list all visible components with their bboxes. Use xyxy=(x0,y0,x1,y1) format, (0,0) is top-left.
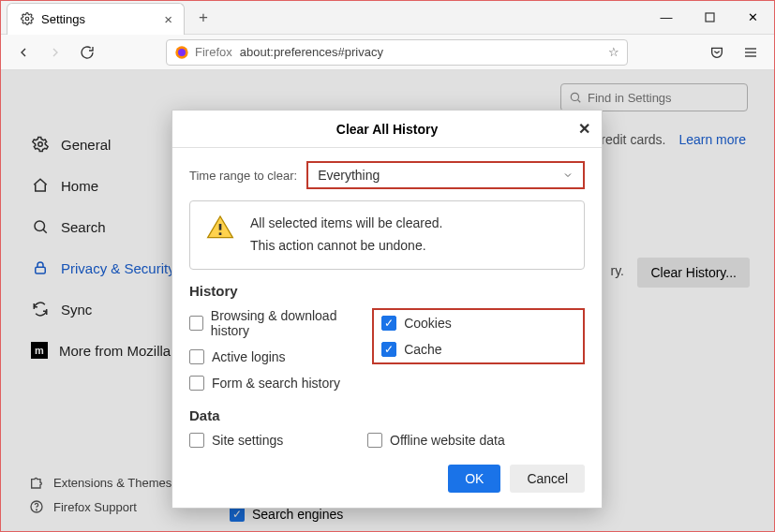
reload-button[interactable] xyxy=(78,43,97,62)
svg-rect-16 xyxy=(219,232,222,235)
checkbox-cookies[interactable]: ✓Cookies xyxy=(381,316,575,331)
dialog-close-button[interactable]: ✕ xyxy=(574,118,594,139)
minimize-button[interactable]: — xyxy=(645,1,688,35)
checkbox-offline-data[interactable]: Offline website data xyxy=(367,433,585,448)
highlighted-cookies-cache: ✓Cookies ✓Cache xyxy=(372,308,585,364)
time-range-label: Time range to clear: xyxy=(189,169,297,183)
warning-box: All selected items will be cleared. This… xyxy=(189,200,585,270)
checkbox-site-settings[interactable]: Site settings xyxy=(189,433,367,448)
bookmark-star-icon[interactable]: ☆ xyxy=(608,45,619,59)
toolbar: Firefox about:preferences#privacy ☆ xyxy=(1,35,774,70)
dialog-title: Clear All History xyxy=(336,122,438,137)
gear-icon xyxy=(21,12,34,25)
url-text: about:preferences#privacy xyxy=(240,45,383,59)
browser-tab[interactable]: Settings × xyxy=(7,3,185,35)
window-controls: — ✕ xyxy=(645,1,774,35)
menu-icon[interactable] xyxy=(740,45,761,60)
svg-rect-15 xyxy=(219,224,222,230)
checkbox-form-search-history[interactable]: Form & search history xyxy=(189,376,365,391)
warning-icon xyxy=(205,213,235,243)
maximize-button[interactable] xyxy=(688,1,731,35)
forward-button[interactable] xyxy=(46,43,65,62)
warning-line2: This action cannot be undone. xyxy=(250,235,442,258)
checkbox-active-logins[interactable]: Active logins xyxy=(189,349,365,364)
tab-title: Settings xyxy=(41,12,85,26)
url-scheme: Firefox xyxy=(195,45,232,59)
warning-line1: All selected items will be cleared. xyxy=(250,213,442,235)
svg-point-3 xyxy=(178,49,186,56)
history-section-title: History xyxy=(189,283,585,299)
close-button[interactable]: ✕ xyxy=(731,1,774,35)
svg-rect-1 xyxy=(706,13,714,22)
dialog-header: Clear All History ✕ xyxy=(172,111,602,148)
pocket-icon[interactable] xyxy=(707,45,727,60)
back-button[interactable] xyxy=(14,43,33,62)
svg-point-0 xyxy=(25,17,29,21)
data-section-title: Data xyxy=(189,407,585,423)
checkbox-cache[interactable]: ✓Cache xyxy=(381,342,575,357)
titlebar: Settings × + — ✕ xyxy=(1,1,774,35)
clear-history-dialog: Clear All History ✕ Time range to clear:… xyxy=(171,110,603,509)
tab-close-icon[interactable]: × xyxy=(164,11,172,27)
firefox-icon xyxy=(174,45,189,60)
time-range-value: Everything xyxy=(318,168,380,183)
chevron-down-icon xyxy=(562,170,574,181)
url-bar[interactable]: Firefox about:preferences#privacy ☆ xyxy=(166,39,628,66)
checkbox-browsing-history[interactable]: Browsing & download history xyxy=(189,308,365,338)
time-range-select[interactable]: Everything xyxy=(306,161,585,189)
cancel-button[interactable]: Cancel xyxy=(510,465,585,493)
ok-button[interactable]: OK xyxy=(448,465,500,493)
new-tab-button[interactable]: + xyxy=(190,5,216,31)
